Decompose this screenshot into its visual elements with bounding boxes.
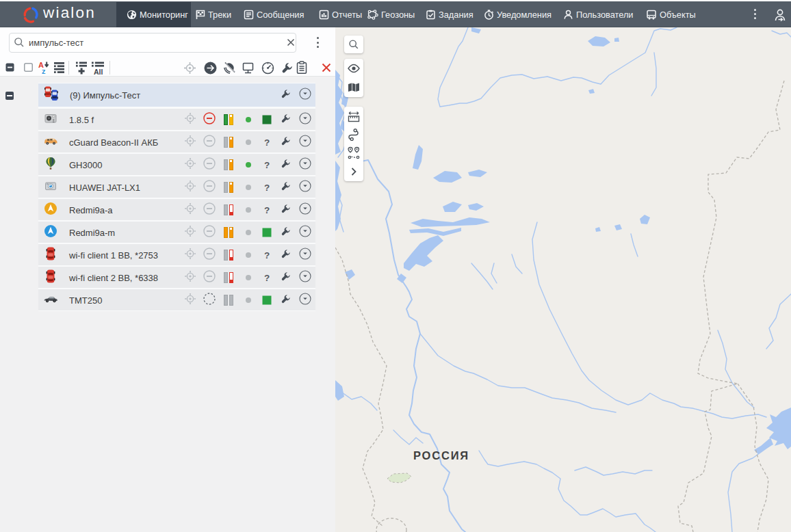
svg-text:z: z — [42, 67, 46, 74]
svg-text:All: All — [94, 68, 103, 75]
